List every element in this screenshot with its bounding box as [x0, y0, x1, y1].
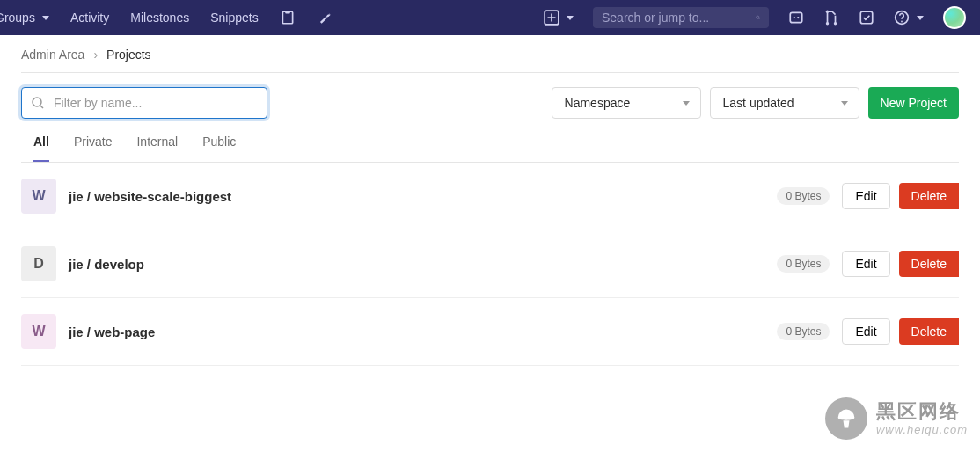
topnav-left: Groups Activity Milestones Snippets [0, 10, 333, 26]
breadcrumb-projects: Projects [106, 47, 151, 62]
wrench-icon[interactable] [317, 10, 333, 26]
project-avatar: W [21, 314, 56, 349]
svg-point-8 [834, 22, 837, 25]
global-search[interactable] [593, 7, 769, 28]
size-badge: 0 Bytes [777, 187, 830, 205]
user-avatar[interactable] [943, 6, 966, 29]
project-avatar: W [21, 179, 56, 214]
svg-point-6 [797, 17, 799, 18]
edit-button[interactable]: Edit [842, 183, 889, 209]
svg-point-13 [33, 98, 41, 106]
svg-point-7 [826, 22, 829, 25]
project-path[interactable]: jie / website-scale-biggest [69, 189, 231, 204]
project-path[interactable]: jie / web-page [69, 324, 155, 339]
page-content: Admin Area › Projects Namespace Last upd… [0, 35, 980, 366]
clipboard-icon[interactable] [280, 10, 296, 26]
help-icon [894, 10, 910, 26]
sort-select[interactable]: Last updated [710, 87, 859, 119]
search-input[interactable] [602, 11, 756, 25]
visibility-tabs: AllPrivateInternalPublic [21, 119, 959, 163]
tab-internal[interactable]: Internal [136, 135, 178, 162]
namespace-select[interactable]: Namespace [552, 87, 701, 119]
svg-rect-1 [285, 11, 290, 13]
nav-groups[interactable]: Groups [0, 11, 49, 25]
nav-snippets[interactable]: Snippets [210, 11, 258, 25]
project-avatar: D [21, 246, 56, 281]
chevron-down-icon [567, 16, 574, 20]
edit-button[interactable]: Edit [842, 251, 889, 277]
nav-milestones[interactable]: Milestones [130, 11, 189, 25]
size-badge: 0 Bytes [777, 255, 830, 273]
chevron-down-icon [917, 16, 924, 20]
new-project-button[interactable]: New Project [868, 87, 959, 119]
svg-point-9 [826, 11, 829, 13]
svg-rect-4 [790, 12, 802, 22]
chevron-right-icon: › [93, 47, 98, 62]
plus-box-icon [544, 10, 559, 26]
svg-point-12 [901, 21, 903, 23]
breadcrumb-admin-area[interactable]: Admin Area [21, 47, 84, 62]
topnav-right [544, 6, 966, 29]
todos-icon[interactable] [859, 10, 874, 26]
plus-menu[interactable] [544, 10, 574, 26]
top-navbar: Groups Activity Milestones Snippets [0, 0, 980, 35]
delete-button[interactable]: Delete [899, 183, 959, 209]
filter-wrap [21, 87, 267, 119]
chevron-down-icon [42, 16, 49, 20]
tab-public[interactable]: Public [202, 135, 236, 162]
size-badge: 0 Bytes [777, 323, 830, 340]
breadcrumb: Admin Area › Projects [21, 35, 959, 73]
search-icon [756, 11, 760, 24]
edit-button[interactable]: Edit [842, 318, 889, 345]
project-row: Wjie / web-page0 BytesEditDelete [21, 298, 959, 366]
svg-point-5 [794, 17, 795, 18]
project-row: Djie / develop0 BytesEditDelete [21, 230, 959, 298]
issues-icon[interactable] [788, 10, 804, 26]
project-path[interactable]: jie / develop [69, 257, 144, 272]
tab-all[interactable]: All [33, 135, 49, 162]
project-row: Wjie / website-scale-biggest0 BytesEditD… [21, 163, 959, 230]
merge-requests-icon[interactable] [823, 10, 839, 26]
help-menu[interactable] [894, 10, 924, 26]
nav-activity[interactable]: Activity [70, 11, 109, 25]
delete-button[interactable]: Delete [899, 251, 959, 277]
delete-button[interactable]: Delete [899, 318, 959, 345]
search-icon [31, 96, 45, 110]
tab-private[interactable]: Private [74, 135, 113, 162]
svg-point-3 [757, 16, 759, 18]
filter-input[interactable] [21, 87, 267, 119]
toolbar: Namespace Last updated New Project [21, 73, 959, 119]
projects-list: Wjie / website-scale-biggest0 BytesEditD… [21, 163, 959, 366]
